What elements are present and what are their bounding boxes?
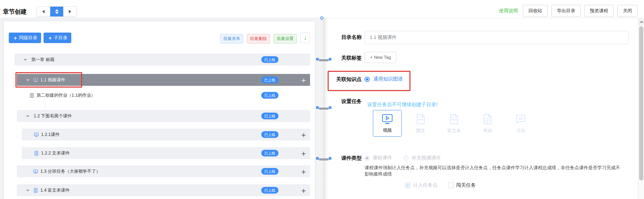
add-child-label: 子目录: [54, 35, 67, 41]
tree-row-1-2-2[interactable]: 1.2.2 文本课件 已上线 ＋: [22, 147, 310, 159]
tree-row-1-4[interactable]: 1.4 富文本课件 已上线 ＋: [17, 184, 310, 196]
tree-row-1-2[interactable]: 1.2 下面有两个课件 已上线: [17, 110, 310, 122]
plus-icon: ＋: [47, 35, 53, 41]
chevron-down-icon[interactable]: [25, 114, 30, 118]
video-icon: [34, 132, 39, 137]
sort-icon: [55, 9, 59, 14]
course-courseware-option[interactable]: 课程课件: [373, 155, 392, 161]
prev-arrow-button[interactable]: [37, 7, 50, 16]
radio-disabled-icon[interactable]: [403, 156, 409, 161]
plus-icon[interactable]: ＋: [300, 150, 307, 157]
chevron-down-icon[interactable]: [25, 188, 30, 193]
radio-disabled-selected-icon[interactable]: [364, 156, 370, 161]
tree-row-label: 1.2 下面有两个课件: [34, 113, 72, 119]
page-title: 章节创建: [3, 8, 27, 16]
tree-toolbar: ＋同级目录 ＋子目录 批量发布 批量删除 批量设置 ↓: [9, 33, 310, 43]
task-type-video[interactable]: 视频: [373, 110, 402, 137]
plus-icon[interactable]: ＋: [300, 168, 307, 175]
tree-row-label: 1.3 分班任务（大家都学不了）: [40, 169, 100, 174]
tree-row-label: 第一章 标题: [31, 57, 54, 63]
catalog-name-input[interactable]: [364, 31, 629, 44]
plus-icon[interactable]: ＋: [300, 131, 307, 138]
discussion-icon: [515, 113, 527, 125]
video-icon: [33, 77, 38, 83]
link-connector: [316, 58, 331, 63]
divider-handle-dot[interactable]: [320, 16, 323, 20]
task-type-cards: 视频 PDF 图文 TEXT 富文本 考试 讨论: [373, 110, 535, 137]
task-type-label: 视频: [383, 127, 392, 133]
scrollbar[interactable]: [638, 19, 644, 199]
batch-publish-button[interactable]: 批量发布: [220, 34, 243, 43]
status-badge: 已上线: [261, 150, 279, 157]
radio-selected-icon[interactable]: [364, 77, 370, 82]
prev-arrow-icon: [42, 10, 45, 13]
tree-row-label: 1.2.1课件: [41, 132, 60, 138]
plus-icon[interactable]: ＋: [300, 76, 307, 84]
supplementary-video-option[interactable]: 补充视频课件: [412, 155, 441, 161]
close-button[interactable]: 关闭: [617, 5, 638, 17]
sort-toggle-button[interactable]: [50, 7, 63, 16]
task-type-discussion[interactable]: 讨论: [506, 110, 535, 137]
next-arrow-button[interactable]: [63, 7, 77, 16]
new-tag-button[interactable]: + New Tag: [364, 52, 396, 63]
scroll-up-button[interactable]: [638, 19, 644, 26]
text-doc-icon: TEXT: [448, 113, 460, 125]
status-badge: 已上线: [261, 92, 279, 99]
download-icon: ↓: [304, 35, 307, 41]
add-sibling-label: 同级目录: [19, 35, 37, 41]
task-type-label: 图文: [416, 128, 425, 134]
task-type-label: 讨论: [516, 128, 525, 134]
courseware-type-description: 课程课件强制计入任务点，补充视频可以选择是否计入任务点，任务点课件学习计入课程总…: [364, 165, 624, 177]
scroll-up-icon: [640, 21, 643, 23]
knowledge-graph-radio-group[interactable]: 通用知识图谱: [364, 76, 403, 82]
usage-help-link[interactable]: 使用说明: [499, 8, 518, 14]
tree-row-1-3[interactable]: 1.3 分班任务（大家都学不了） 已上线 ＋: [17, 165, 310, 177]
checkbox-empty-icon[interactable]: [448, 183, 454, 188]
add-child-button[interactable]: ＋子目录: [44, 33, 71, 43]
task-type-label: 考试: [483, 128, 492, 134]
tree-row-label: 1.2.2 文本课件: [41, 150, 70, 156]
add-sibling-button[interactable]: ＋同级目录: [9, 33, 41, 43]
task-label: 设置任务: [325, 98, 362, 105]
tree-row-chapter1[interactable]: 第一章 标题 已上线: [14, 54, 310, 66]
pdf-icon: PDF: [415, 113, 427, 125]
plus-icon: ＋: [13, 35, 18, 41]
task-type-imagetext[interactable]: PDF 图文: [406, 110, 435, 137]
video-icon: [381, 114, 394, 125]
download-button[interactable]: ↓: [300, 33, 310, 43]
tree-row-label: 1.4 富文本课件: [40, 187, 70, 193]
preview-course-button[interactable]: 预览课程: [584, 5, 614, 17]
task-warning-text: 设置任务后不可继续创建子目录!: [367, 102, 438, 108]
courseware-type-radio-group: 课程课件 补充视频课件: [364, 155, 441, 161]
status-badge: 已上线: [261, 168, 279, 175]
export-catalog-button[interactable]: 导出目录: [551, 5, 581, 17]
link-connector: [316, 106, 331, 111]
batch-settings-button[interactable]: 批量设置: [274, 34, 297, 43]
tree-row-label: 1.1 视频课件: [40, 77, 65, 83]
status-badge: 已上线: [261, 113, 279, 119]
plus-icon[interactable]: ＋: [300, 187, 307, 194]
tree-row-label: 第二创建的作业（1.1的作业）: [37, 92, 95, 98]
count-task-point-label: 计入任务点: [413, 182, 438, 188]
tree-row-1-1-selected[interactable]: 1.1 视频课件 已上线 ＋: [17, 74, 310, 86]
chevron-down-icon[interactable]: [25, 77, 30, 82]
detail-panel: 目录名称 关联标签 + New Tag 关联知识点 通用知识图谱 设置任务 设置…: [323, 18, 644, 199]
task-type-exam[interactable]: 考试: [473, 110, 502, 137]
text-document-icon: [34, 151, 39, 156]
recycle-bin-button[interactable]: 回收站: [523, 5, 548, 17]
link-connector: [316, 157, 331, 162]
chapter-creation-page: 章节创建 使用说明 回收站 导出目录 预览课程 关闭 ＋同级目录 ＋子目录 批量…: [0, 0, 644, 199]
tree-row-homework[interactable]: 第二创建的作业（1.1的作业） 已上线: [22, 89, 310, 101]
catalog-tree: 第一章 标题 已上线 1.1 视频课件 已上线 ＋ 第二创建的作业（1.1的作业…: [4, 54, 315, 196]
tree-row-1-2-1[interactable]: 1.2.1课件 已上线 ＋: [22, 129, 310, 140]
level-task-label: 闯关任务: [456, 182, 476, 188]
status-badge: 已上线: [261, 131, 279, 138]
batch-delete-button[interactable]: 批量删除: [247, 34, 270, 43]
tree-guide-line: [45, 101, 45, 110]
checkbox-checked-icon[interactable]: ✓: [405, 183, 410, 188]
knowledge-graph-option[interactable]: 通用知识图谱: [373, 76, 403, 82]
status-badge: 已上线: [261, 77, 279, 83]
chevron-down-icon[interactable]: [23, 57, 28, 62]
scrollbar-thumb[interactable]: [639, 26, 643, 180]
task-type-richtext[interactable]: TEXT 富文本: [440, 110, 468, 137]
